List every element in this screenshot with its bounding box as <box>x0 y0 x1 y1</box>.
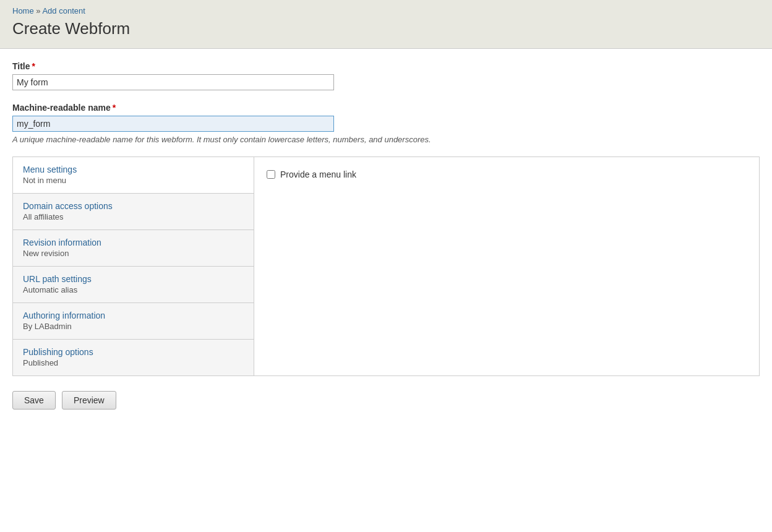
revision-information-subtitle: New revision <box>23 249 69 258</box>
domain-access-title[interactable]: Domain access options <box>23 201 244 211</box>
machine-name-required-star: * <box>113 103 116 113</box>
domain-access-section[interactable]: Domain access options All affiliates <box>13 194 254 230</box>
url-path-title[interactable]: URL path settings <box>23 274 244 284</box>
machine-name-description: A unique machine-readable name for this … <box>12 135 760 144</box>
header-bar: Home » Add content Create Webform <box>0 0 772 49</box>
publishing-options-subtitle: Published <box>23 358 58 367</box>
breadcrumb-home-link[interactable]: Home <box>12 6 34 15</box>
machine-name-input[interactable] <box>12 116 334 132</box>
page-title: Create Webform <box>12 19 760 38</box>
content-area: Title* Machine-readable name* A unique m… <box>0 49 772 428</box>
revision-information-title[interactable]: Revision information <box>23 238 244 247</box>
menu-settings-title[interactable]: Menu settings <box>23 165 244 174</box>
title-required-star: * <box>32 61 35 71</box>
authoring-information-title[interactable]: Authoring information <box>23 311 244 320</box>
menu-link-label[interactable]: Provide a menu link <box>280 169 356 179</box>
url-path-section[interactable]: URL path settings Automatic alias <box>13 267 254 303</box>
title-label: Title* <box>12 61 760 71</box>
domain-access-subtitle: All affiliates <box>23 212 64 221</box>
authoring-information-section[interactable]: Authoring information By LABadmin <box>13 303 254 340</box>
settings-left-panel: Menu settings Not in menu Domain access … <box>13 157 254 375</box>
publishing-options-section[interactable]: Publishing options Published <box>13 340 254 375</box>
menu-settings-subtitle: Not in menu <box>23 176 66 185</box>
preview-button[interactable]: Preview <box>62 391 116 410</box>
revision-information-section[interactable]: Revision information New revision <box>13 230 254 267</box>
url-path-subtitle: Automatic alias <box>23 285 77 294</box>
breadcrumb-add-content-link[interactable]: Add content <box>42 6 85 15</box>
menu-link-row: Provide a menu link <box>267 169 747 179</box>
menu-settings-section[interactable]: Menu settings Not in menu <box>13 157 254 194</box>
machine-name-label: Machine-readable name* <box>12 103 760 113</box>
authoring-information-subtitle: By LABadmin <box>23 322 72 331</box>
save-button[interactable]: Save <box>12 391 56 410</box>
title-field-group: Title* <box>12 61 760 90</box>
settings-container: Menu settings Not in menu Domain access … <box>12 157 760 376</box>
settings-right-panel: Provide a menu link <box>254 157 759 375</box>
breadcrumb: Home » Add content <box>12 6 760 15</box>
settings-layout: Menu settings Not in menu Domain access … <box>13 157 759 375</box>
breadcrumb-separator: » <box>36 6 40 15</box>
buttons-row: Save Preview <box>12 391 760 410</box>
title-input[interactable] <box>12 74 334 90</box>
menu-link-checkbox[interactable] <box>267 170 275 179</box>
publishing-options-title[interactable]: Publishing options <box>23 347 244 357</box>
machine-name-field-group: Machine-readable name* A unique machine-… <box>12 103 760 144</box>
